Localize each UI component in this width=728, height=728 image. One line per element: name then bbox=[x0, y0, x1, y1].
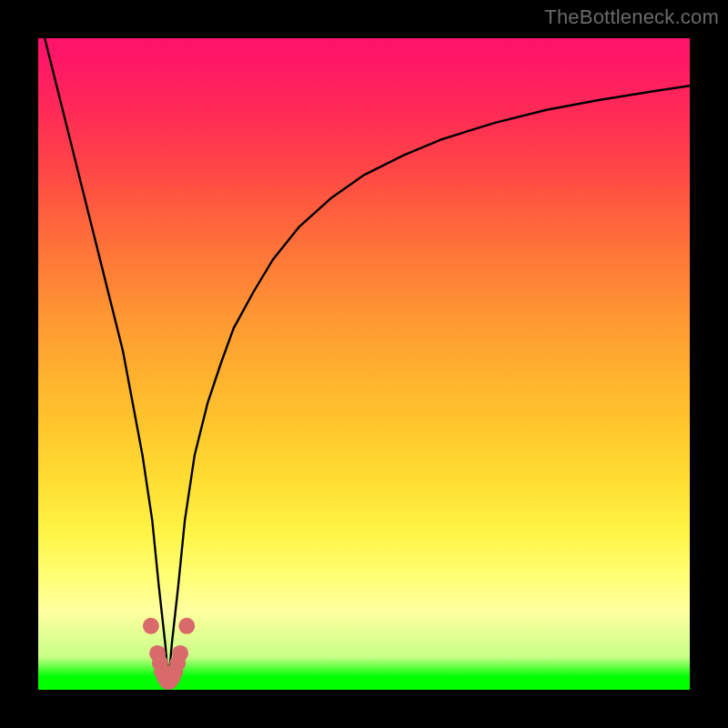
marker-dot bbox=[143, 618, 159, 634]
curve-layer bbox=[38, 38, 690, 690]
bottleneck-curve bbox=[45, 38, 690, 683]
watermark-text: TheBottleneck.com bbox=[544, 5, 719, 29]
plot-area bbox=[38, 38, 690, 690]
chart-frame: TheBottleneck.com bbox=[0, 0, 728, 728]
marker-dot bbox=[172, 645, 188, 662]
marker-dot bbox=[178, 618, 195, 634]
marker-group bbox=[143, 618, 195, 690]
